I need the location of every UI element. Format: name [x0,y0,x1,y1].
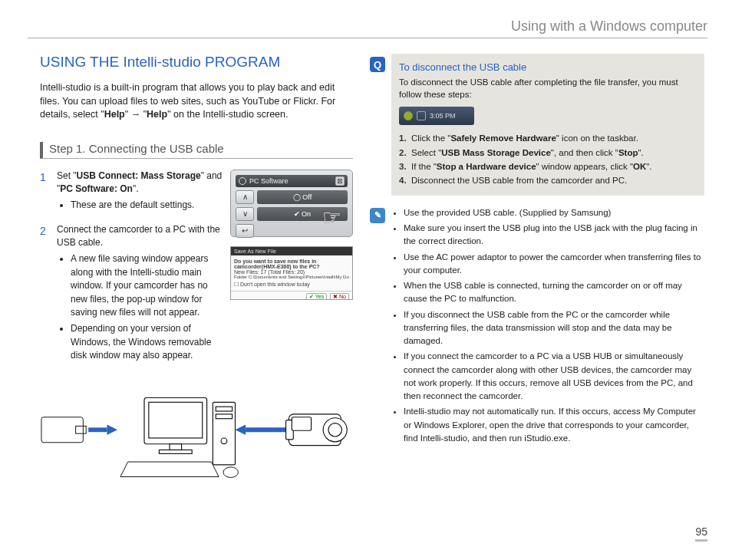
svg-rect-1 [76,426,87,433]
disconnect-step: If the "Stop a Hardware device" window a… [399,160,697,173]
note-item: Use the provided USB cable. (Supplied by… [404,206,704,219]
svg-rect-0 [41,417,83,442]
left-column: USING THE Intelli-studio PROGRAM Intelli… [40,54,353,487]
down-button-icon: ∨ [236,207,254,221]
usb-connect-setting: USB Connect: Mass Storage [77,170,201,181]
pc-software-setting: PC Software: On [60,183,133,194]
tray-icon [417,111,426,120]
save-dialog-thumbnail: Save As New File Do you want to save new… [230,246,353,300]
note-item: If you disconnect the USB cable from the… [404,308,704,348]
info-icon: Q [370,57,385,72]
svg-rect-4 [170,443,182,450]
up-button-icon: ∧ [236,190,254,204]
step-number: 1 [40,170,49,216]
step-text: Connect the camcorder to a PC with the U… [57,224,220,248]
step-note: A new file saving window appears along w… [71,252,223,319]
help-label: Help [147,109,167,120]
note-item: Make sure you insert the USB plug into t… [404,222,704,249]
step-note: These are the default settings. [71,199,223,212]
note-item: Intelli-studio may not automatically run… [404,405,704,445]
notes-list: Use the provided USB cable. (Supplied by… [404,206,704,445]
pc-software-label: PC Software [249,177,289,185]
gear-icon [239,177,246,185]
help-label: Help [104,109,125,120]
page-number: 95 [695,525,707,542]
connection-diagram [40,387,353,487]
notes-callout: ✎ Use the provided USB cable. (Supplied … [391,206,704,445]
disconnect-step: Select "USB Mass Storage Device", and th… [399,146,697,160]
close-icon: ⊠ [335,176,345,186]
svg-point-9 [221,438,227,444]
disconnect-step: Click the "Safely Remove Hardware" icon … [399,131,697,145]
disconnect-step: Disconnect the USB cable from the camcor… [399,173,697,187]
step-1-heading: Step 1. Connecting the USB cable [40,142,353,159]
svg-point-10 [223,466,238,477]
svg-rect-15 [292,417,311,430]
step-note: Depending on your version of Windows, th… [71,322,223,362]
disconnect-desc: To disconnect the USB cable after comple… [399,76,697,100]
step-number: 2 [40,223,49,366]
hand-pointer-icon: ☞ [322,205,341,230]
svg-point-13 [328,423,341,436]
svg-rect-8 [216,413,232,418]
pc-software-menu-thumbnail: PC Software ⊠ ∧ ◯ Off ∨ ✔ On ↩ ☞ [230,170,353,237]
page-section-header: Using with a Windows computer [28,18,707,38]
off-option: ◯ Off [257,190,348,204]
disconnect-title: To disconnect the USB cable [399,61,697,73]
note-item: Use the AC power adaptor to power the ca… [404,251,704,278]
note-icon: ✎ [370,208,385,223]
taskbar-thumbnail: 3:05 PM [399,107,474,125]
disconnect-steps-list: Click the "Safely Remove Hardware" icon … [399,131,697,188]
note-item: If you connect the camcorder to a PC via… [404,350,704,403]
intro-paragraph: Intelli-studio is a built-in program tha… [40,81,353,122]
svg-rect-7 [216,407,232,411]
main-title: USING THE Intelli-studio PROGRAM [40,54,353,71]
clock-time: 3:05 PM [430,112,456,120]
dialog-title: Save As New File [231,247,352,255]
disconnect-callout: Q To disconnect the USB cable To disconn… [391,54,704,196]
safely-remove-icon [404,111,413,120]
svg-rect-3 [149,402,203,438]
return-button-icon: ↩ [236,224,254,238]
right-column: Q To disconnect the USB cable To disconn… [374,54,704,487]
svg-rect-5 [159,450,192,453]
note-item: When the USB cable is connected, turning… [404,279,704,306]
